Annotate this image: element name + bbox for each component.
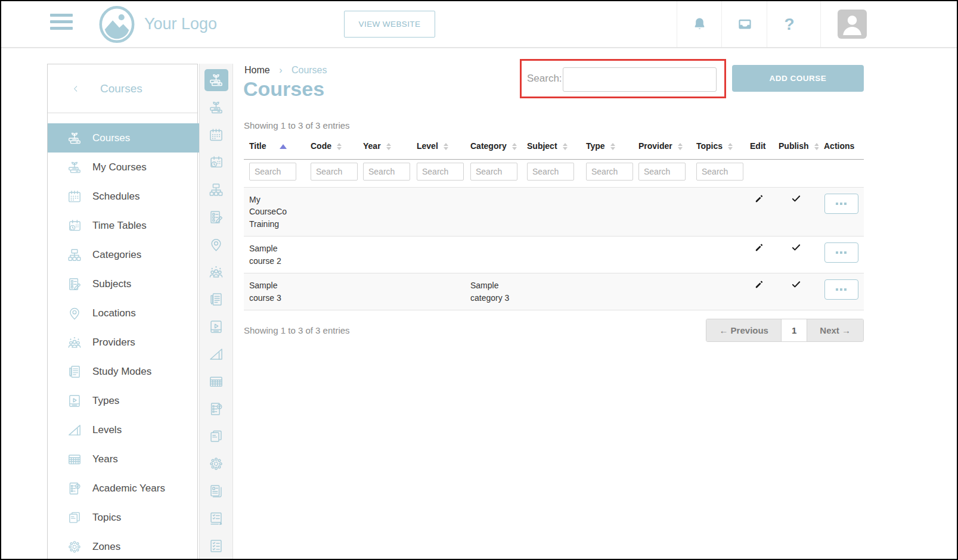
sidebar-item-types[interactable]: Types (48, 386, 197, 415)
rail-zones-icon[interactable] (204, 453, 228, 475)
header-divider (677, 1, 677, 47)
cell-title: My CourseCo Training (244, 188, 305, 237)
sidebar-item-study-modes[interactable]: Study Modes (48, 357, 197, 386)
inbox-icon[interactable] (730, 1, 759, 47)
sidebar-item-time-tables[interactable]: Time Tables (48, 211, 197, 240)
sidebar-item-categories[interactable]: Categories (48, 240, 197, 269)
filter-subject-input[interactable] (527, 163, 574, 181)
sort-icon[interactable] (814, 143, 819, 150)
global-search-input[interactable] (563, 67, 717, 92)
notifications-bell-icon[interactable] (684, 1, 714, 47)
sort-icon[interactable] (444, 143, 448, 150)
rail-years-icon[interactable] (204, 371, 228, 393)
rail-time-tables-icon[interactable] (204, 151, 228, 173)
edit-pencil-icon[interactable] (754, 194, 764, 207)
rail-locations-icon[interactable] (204, 234, 228, 256)
pagination-previous-button[interactable]: ← Previous (706, 319, 781, 341)
sidebar-item-schedules[interactable]: Schedules (48, 182, 197, 211)
rail-documents-icon[interactable] (204, 480, 228, 502)
sidebar-item-topics[interactable]: Topics (48, 503, 197, 532)
sort-icon[interactable] (678, 143, 683, 150)
column-header-year[interactable]: Year (358, 135, 411, 160)
column-header-title[interactable]: Title (244, 135, 305, 160)
sidebar-item-years[interactable]: Years (48, 444, 197, 474)
filter-level-input[interactable] (417, 163, 464, 181)
cell-provider (633, 237, 691, 273)
pagination-page-1-button[interactable]: 1 (781, 319, 807, 341)
edit-pencil-icon[interactable] (754, 242, 764, 256)
column-header-level[interactable]: Level (411, 135, 465, 160)
row-actions-button[interactable] (824, 242, 858, 263)
showing-entries-bottom: Showing 1 to 3 of 3 entries (244, 325, 350, 335)
hamburger-menu-button[interactable] (50, 14, 73, 33)
pagination-next-button[interactable]: Next → (807, 319, 863, 341)
published-check-icon[interactable] (791, 194, 801, 207)
column-header-category[interactable]: Category (465, 135, 522, 160)
filter-type-input[interactable] (586, 163, 633, 181)
column-header-type[interactable]: Type (581, 135, 633, 160)
help-icon[interactable]: ? (774, 1, 804, 47)
rail-providers-icon[interactable] (204, 261, 228, 283)
cell-subject (522, 273, 581, 310)
cell-category (465, 237, 522, 273)
filter-title-input[interactable] (249, 163, 296, 181)
sort-icon[interactable] (563, 143, 568, 150)
sort-icon[interactable] (512, 143, 517, 150)
filter-provider-input[interactable] (638, 163, 686, 181)
header-divider (820, 1, 821, 47)
table-header-row: Title Code Year Level Category Subject T… (244, 135, 864, 160)
rail-assessments-icon[interactable] (204, 508, 228, 530)
sort-icon[interactable] (337, 143, 342, 150)
sidebar-item-providers[interactable]: Providers (48, 328, 197, 357)
cell-category (465, 188, 522, 237)
sort-icon[interactable] (728, 143, 733, 150)
breadcrumb-home-link[interactable]: Home (244, 65, 270, 75)
add-course-button[interactable]: ADD COURSE (732, 65, 864, 92)
filter-category-input[interactable] (470, 163, 517, 181)
sidebar-item-levels[interactable]: Levels (48, 415, 197, 444)
types-icon (67, 393, 82, 409)
sidebar-item-locations[interactable]: Locations (48, 298, 197, 328)
rail-study-modes-icon[interactable] (204, 288, 228, 310)
column-filter-row (244, 160, 864, 188)
breadcrumb-current-link[interactable]: Courses (292, 65, 327, 75)
rail-my-courses-icon[interactable] (204, 97, 228, 119)
column-header-topics[interactable]: Topics (691, 135, 745, 160)
row-actions-button[interactable] (824, 279, 858, 300)
sidebar-item-subjects[interactable]: Subjects (48, 269, 197, 298)
rail-categories-icon[interactable] (204, 179, 228, 201)
column-header-subject[interactable]: Subject (522, 135, 581, 160)
filter-code-input[interactable] (311, 163, 358, 181)
sidebar-item-academic-years[interactable]: Academic Years (48, 474, 197, 503)
rail-checklist-icon[interactable] (204, 535, 228, 557)
column-header-edit: Edit (745, 135, 773, 160)
sidebar-item-zones[interactable]: Zones (48, 532, 197, 560)
rail-academic-years-icon[interactable] (204, 398, 228, 420)
rail-topics-icon[interactable] (204, 425, 228, 447)
logo-image-icon[interactable] (98, 5, 136, 43)
sidebar-item-my-courses[interactable]: My Courses (48, 153, 197, 182)
published-check-icon[interactable] (791, 279, 801, 293)
rail-subjects-icon[interactable] (204, 206, 228, 228)
published-check-icon[interactable] (791, 242, 801, 256)
user-avatar[interactable] (838, 10, 867, 39)
filter-year-input[interactable] (363, 163, 410, 181)
column-header-provider[interactable]: Provider (633, 135, 691, 160)
column-header-publish[interactable]: Publish (773, 135, 819, 160)
column-header-code[interactable]: Code (305, 135, 358, 160)
rail-courses-icon[interactable] (204, 69, 228, 91)
filter-topics-input[interactable] (696, 163, 743, 181)
view-website-button[interactable]: VIEW WEBSITE (344, 11, 435, 38)
rail-schedules-icon[interactable] (204, 124, 228, 146)
breadcrumb-separator-icon: › (279, 65, 282, 75)
sidebar-item-courses[interactable]: Courses (48, 123, 203, 153)
collapse-sidebar-icon[interactable] (72, 85, 80, 93)
edit-pencil-icon[interactable] (754, 279, 764, 293)
cell-provider (633, 273, 691, 310)
rail-levels-icon[interactable] (204, 343, 228, 365)
cell-level (411, 237, 465, 273)
sort-icon[interactable] (610, 143, 615, 150)
row-actions-button[interactable] (824, 194, 858, 214)
sort-icon[interactable] (386, 143, 391, 150)
rail-types-icon[interactable] (204, 316, 228, 338)
